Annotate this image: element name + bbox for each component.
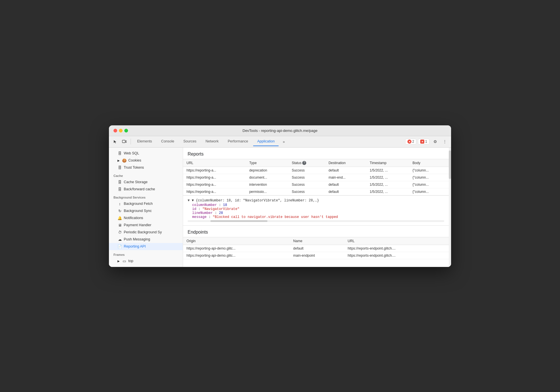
cell-destination: default [325,181,366,188]
settings-icon[interactable]: ⚙ [431,138,439,146]
error-circle-icon: ✕ [407,140,411,144]
sidebar-item-reporting-api[interactable]: 📄 Reporting API [109,243,183,250]
toolbar-separator [131,139,131,144]
sidebar-item-label: Cache Storage [124,180,147,184]
cell-url: https://reporting-a... [183,167,246,174]
table-row[interactable]: https://reporting-api-demo.glitc... defa… [183,245,449,252]
cell-url: https://reporting-a... [183,174,246,181]
bfcache-icon: 🗄 [117,187,122,191]
sidebar-item-cookies[interactable]: ▶ 🍪 Cookies [109,157,183,164]
more-options-icon[interactable]: ⋮ [441,138,449,146]
error-square-icon: ✕ [420,140,424,144]
database-icon: 🗄 [117,151,122,156]
cell-destination: default [325,188,366,195]
detail-scrollbar[interactable] [188,220,444,222]
window-title: DevTools - reporting-api-demo.glitch.me/… [242,128,317,133]
sidebar-item-label: Web SQL [124,151,139,155]
cursor-icon[interactable] [111,138,119,146]
close-button[interactable] [113,129,117,132]
sidebar-item-trust-tokens[interactable]: 🗄 Trust Tokens [109,164,183,171]
fetch-icon: ↕ [117,202,122,206]
sidebar-item-frames-top[interactable]: ▶ ▭ top [109,258,183,265]
svg-rect-1 [126,141,127,142]
tab-network[interactable]: Network [202,137,223,146]
reports-section: Reports URL Type Status ? [183,148,449,195]
sidebar-item-label: Background Sync [124,209,152,213]
detail-obj-line: ▼ ▼ {columnNumber: 18, id: "NavigatorVib… [188,198,444,203]
cell-status: Success [288,188,325,195]
content-area: 🗄 Web SQL ▶ 🍪 Cookies 🗄 Trust Tokens Cac… [109,148,451,267]
cache-section-label: Cache [109,171,183,179]
table-row[interactable]: https://reporting-a... permissio... Succ… [183,188,449,195]
cell-name: default [290,245,344,252]
col-url: URL [183,159,246,167]
cell-url: https://reports-endpoint.glitch.... [344,252,449,259]
sidebar-item-bg-fetch[interactable]: ↕ Background Fetch [109,200,183,207]
error-badge-2[interactable]: ✕ 1 [418,139,429,144]
sidebar-item-periodic-bg-sync[interactable]: ⏱ Periodic Background Sy [109,229,183,236]
sidebar-item-label: Push Messaging [124,237,150,241]
table-row[interactable]: https://reporting-api-demo.glitc... main… [183,252,449,259]
cache-storage-icon: 🗄 [117,180,122,184]
col-status: Status ? [288,159,325,167]
error-badge-1[interactable]: ✕ 2 [405,139,417,144]
title-bar: DevTools - reporting-api-demo.glitch.me/… [109,125,451,136]
sidebar-item-label: Notifications [124,216,143,220]
cell-destination: default [325,167,366,174]
toolbar: Elements Console Sources Network Perform… [109,136,451,148]
status-help-icon[interactable]: ? [302,161,306,165]
sidebar-item-notifications[interactable]: 🔔 Notifications [109,215,183,222]
vertical-scrollbar[interactable] [449,148,451,267]
cell-type: permissio... [246,188,288,195]
tab-application[interactable]: Application [253,137,279,146]
tab-console[interactable]: Console [157,137,178,146]
cell-timestamp: 1/5/2022, ... [366,167,409,174]
reports-table: URL Type Status ? Destination Timestamp [183,159,449,195]
sidebar-item-cache-storage[interactable]: 🗄 Cache Storage [109,179,183,186]
sidebar-item-label: Trust Tokens [124,166,144,170]
sidebar-item-websql[interactable]: 🗄 Web SQL [109,150,183,157]
sidebar-item-payment-handler[interactable]: 🖥 Payment Handler [109,222,183,229]
error-count-1: 2 [412,140,414,144]
tab-elements[interactable]: Elements [133,137,156,146]
reports-title: Reports [183,148,449,159]
device-icon[interactable] [120,138,128,146]
cookie-icon: 🍪 [122,158,127,163]
main-wrapper: Reports URL Type Status ? [183,148,451,267]
col-type: Type [246,159,288,167]
sidebar-item-bg-sync[interactable]: ↻ Background Sync [109,207,183,215]
cell-status: Success [288,174,325,181]
sidebar-item-push-messaging[interactable]: ☁ Push Messaging [109,236,183,243]
sidebar-item-bfcache[interactable]: 🗄 Back/forward cache [109,186,183,193]
cell-timestamp: 1/5/2022, ... [366,174,409,181]
maximize-button[interactable] [124,129,128,132]
cell-type: intervention [246,181,288,188]
table-row[interactable]: https://reporting-a... document... Succe… [183,174,449,181]
main-content: Reports URL Type Status ? [183,148,449,267]
sidebar-item-label: Cookies [128,158,141,162]
toolbar-right: ✕ 2 ✕ 1 ⚙ ⋮ [405,138,449,146]
more-tabs-icon[interactable]: » [280,138,288,146]
cell-status: Success [288,181,325,188]
sidebar: 🗄 Web SQL ▶ 🍪 Cookies 🗄 Trust Tokens Cac… [109,148,183,267]
table-row[interactable]: https://reporting-a... deprecation Succe… [183,167,449,174]
cell-body: {"column... [409,174,449,181]
detail-fields: columnNumber : 18 id : "NavigatorVibrate… [188,203,444,219]
ep-col-origin: Origin [183,237,290,245]
cell-name: main-endpoint [290,252,344,259]
tab-sources[interactable]: Sources [179,137,200,146]
minimize-button[interactable] [119,129,123,132]
tab-performance[interactable]: Performance [224,137,252,146]
sidebar-item-label: Periodic Background Sy [124,230,162,234]
sidebar-item-label: top [128,259,133,263]
cell-origin: https://reporting-api-demo.glitc... [183,245,290,252]
sidebar-item-label: Reporting API [124,244,146,248]
cell-url: https://reports-endpoint.glitch.... [344,245,449,252]
cell-status: Success [288,167,325,174]
sidebar-item-label: Back/forward cache [124,187,155,191]
scrollbar-thumb [449,150,451,179]
endpoints-table: Origin Name URL https://reporting-api-de… [183,237,449,259]
periodic-icon: ⏱ [117,230,122,234]
frame-icon: ▭ [122,259,127,263]
table-row[interactable]: https://reporting-a... intervention Succ… [183,181,449,188]
